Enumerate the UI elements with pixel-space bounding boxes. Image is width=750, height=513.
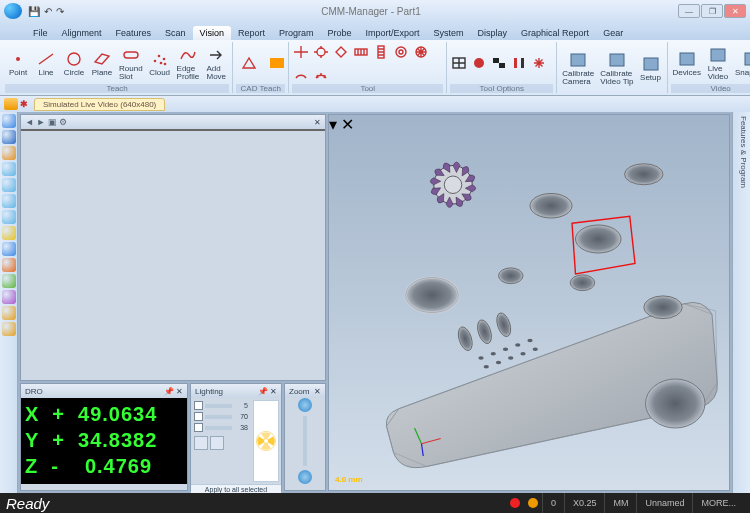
doc-x-icon[interactable]: ✱	[20, 99, 28, 109]
right-panel-tabs[interactable]: Features & Program	[732, 112, 750, 493]
addmove-button[interactable]: Add Move	[203, 44, 229, 82]
tab-scan[interactable]: Scan	[158, 26, 193, 40]
tab-importexport[interactable]: Import/Export	[359, 26, 427, 40]
video-panel-controls[interactable]: ◄ ► ▣ ⚙	[25, 117, 67, 127]
tool-crosshair-icon[interactable]	[292, 44, 310, 60]
tool-target-icon[interactable]	[312, 44, 330, 60]
lighting-btn-a[interactable]	[194, 436, 208, 450]
zoom-in-button[interactable]	[298, 398, 312, 412]
line-button[interactable]: Line	[33, 48, 59, 78]
tab-gear[interactable]: Gear	[596, 26, 630, 40]
cad-3d-view[interactable]: ▾ ✕	[328, 114, 730, 491]
point-button[interactable]: Point	[5, 48, 31, 78]
opt-grid-icon[interactable]	[450, 55, 468, 71]
tab-report[interactable]: Report	[231, 26, 272, 40]
calibvid-button[interactable]: Calibrate Video Tip	[598, 49, 635, 87]
tab-vision[interactable]: Vision	[193, 26, 231, 40]
left-tool-3[interactable]	[2, 162, 16, 176]
qat-redo-icon[interactable]: ↷	[56, 6, 64, 17]
lighting-slider-1[interactable]: 5	[194, 401, 248, 410]
document-tab[interactable]: Simulated Live Video (640x480)	[34, 98, 165, 111]
opt-target-red-icon[interactable]	[470, 55, 488, 71]
tab-probe[interactable]: Probe	[320, 26, 358, 40]
zoom-title: Zoom	[289, 387, 309, 396]
circle-button[interactable]: Circle	[61, 48, 87, 78]
left-tool-13[interactable]	[2, 322, 16, 336]
app-orb-icon[interactable]	[4, 3, 22, 19]
tool-edge-h-icon[interactable]	[352, 44, 370, 60]
svg-rect-22	[571, 54, 585, 66]
status-warning-icon[interactable]	[528, 498, 538, 508]
maximize-button[interactable]: ❐	[701, 4, 723, 18]
lighting-slider-2[interactable]: 70	[194, 412, 248, 421]
left-tool-9[interactable]	[2, 258, 16, 272]
live-video-view[interactable]	[21, 129, 325, 131]
left-tool-7[interactable]	[2, 226, 16, 240]
tab-program[interactable]: Program	[272, 26, 321, 40]
cad-teach-btn-2[interactable]	[264, 52, 290, 74]
status-more-button[interactable]: MORE...	[692, 493, 744, 513]
doc-home-icon[interactable]	[4, 98, 18, 110]
opt-bars-icon[interactable]	[510, 55, 528, 71]
axis-scale-label: 4.0 mm	[335, 475, 363, 484]
zoom-close-icon[interactable]: ✕	[314, 387, 321, 396]
status-units[interactable]: MM	[604, 493, 636, 513]
snapshot-button[interactable]: Snapshot	[733, 48, 750, 78]
dro-pin-icon[interactable]: 📌 ✕	[164, 387, 183, 396]
plane-button[interactable]: Plane	[89, 48, 115, 78]
left-tool-10[interactable]	[2, 274, 16, 288]
opt-checker-icon[interactable]	[490, 55, 508, 71]
status-record-icon[interactable]	[510, 498, 520, 508]
tab-features[interactable]: Features	[109, 26, 159, 40]
group-cad-teach: CAD Teach	[233, 42, 289, 93]
svg-point-47	[484, 365, 489, 369]
tool-edge-v-icon[interactable]	[372, 44, 390, 60]
video-panel: ◄ ► ▣ ⚙ ✕	[20, 114, 326, 381]
left-tool-8[interactable]	[2, 242, 16, 256]
tab-display[interactable]: Display	[471, 26, 515, 40]
tab-graphical[interactable]: Graphical Report	[514, 26, 596, 40]
tab-system[interactable]: System	[427, 26, 471, 40]
left-tool-6[interactable]	[2, 210, 16, 224]
lighting-btn-b[interactable]	[210, 436, 224, 450]
left-tool-11[interactable]	[2, 290, 16, 304]
tab-file[interactable]: File	[26, 26, 55, 40]
cad-view-controls[interactable]: ▾ ✕	[329, 116, 354, 133]
zoom-out-button[interactable]	[298, 470, 312, 484]
left-tool-0[interactable]	[2, 114, 16, 128]
left-tool-12[interactable]	[2, 306, 16, 320]
tool-concentric-icon[interactable]	[392, 44, 410, 60]
status-scale[interactable]: X0.25	[564, 493, 605, 513]
left-tool-4[interactable]	[2, 178, 16, 192]
video-panel-close-icon[interactable]: ✕	[314, 118, 321, 127]
qat-undo-icon[interactable]: ↶	[44, 6, 52, 17]
left-tool-1[interactable]	[2, 130, 16, 144]
svg-point-2	[68, 53, 80, 65]
svg-point-42	[478, 356, 483, 360]
tab-alignment[interactable]: Alignment	[55, 26, 109, 40]
lighting-slider-3[interactable]: 38	[194, 423, 248, 432]
tool-radial-icon[interactable]	[412, 44, 430, 60]
tool-arc2-icon[interactable]	[312, 66, 330, 82]
setup-button[interactable]: Setup	[638, 53, 664, 83]
roundslot-button[interactable]: Round Slot	[117, 44, 145, 82]
close-button[interactable]: ✕	[724, 4, 746, 18]
minimize-button[interactable]: —	[678, 4, 700, 18]
devices-button[interactable]: Devices	[671, 48, 703, 78]
opt-star-icon[interactable]	[530, 55, 548, 71]
livevideo-button[interactable]: Live Video	[705, 44, 731, 82]
qat-save-icon[interactable]: 💾	[28, 6, 40, 17]
zoom-slider[interactable]	[303, 416, 307, 466]
lighting-wheel[interactable]	[253, 400, 279, 482]
cad-teach-btn-1[interactable]	[236, 52, 262, 74]
cloud-button[interactable]: Cloud	[147, 48, 173, 78]
left-tool-5[interactable]	[2, 194, 16, 208]
status-coord-sys[interactable]: Unnamed	[636, 493, 692, 513]
calibcam-button[interactable]: Calibrate Camera	[560, 49, 596, 87]
edgeprofile-button[interactable]: Edge Profile	[175, 44, 202, 82]
tool-diamond-icon[interactable]	[332, 44, 350, 60]
tool-arc-icon[interactable]	[292, 66, 310, 82]
svg-point-36	[644, 296, 683, 319]
left-tool-2[interactable]	[2, 146, 16, 160]
lighting-pin-icon[interactable]: 📌 ✕	[258, 387, 277, 396]
